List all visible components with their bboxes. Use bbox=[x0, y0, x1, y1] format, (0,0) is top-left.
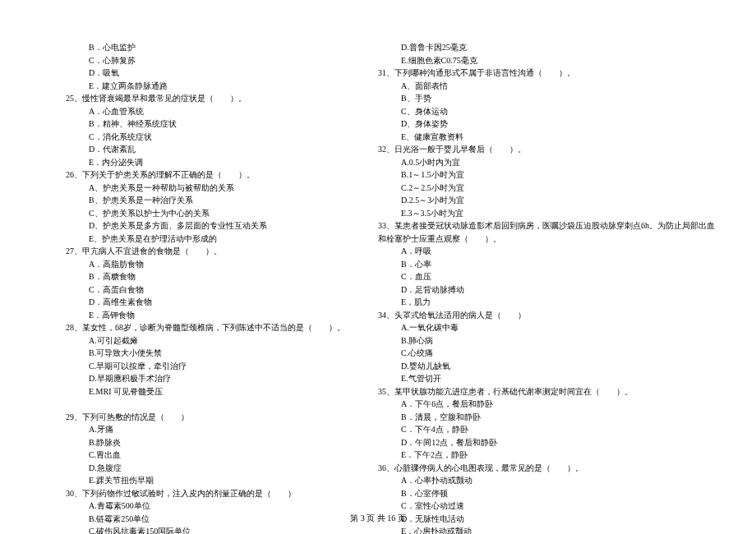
option-line: B.1～1.5小时为宜 bbox=[378, 168, 715, 182]
option-line: B．心室停顿 bbox=[378, 487, 715, 500]
question-line: 27、甲亢病人不宜进食的食物是（ ）。 bbox=[66, 245, 345, 258]
option-line: A．下午6点，餐后和静卧 bbox=[378, 398, 715, 411]
option-line: E、健康宣教资料 bbox=[378, 131, 715, 144]
option-line: C．高蛋白食物 bbox=[66, 283, 345, 297]
option-line: E.踝关节扭伤早期 bbox=[66, 474, 345, 487]
option-line: D．代谢紊乱 bbox=[66, 143, 345, 156]
option-line: C.2～2.5小时为宜 bbox=[378, 182, 715, 195]
option-line: D.急腹症 bbox=[66, 462, 345, 475]
right-column: D.普鲁卡因25毫克E.细胞色素C0.75毫克31、下列哪种沟通形式不属于非语言… bbox=[378, 41, 715, 493]
option-line: E．心房扑动或颤动 bbox=[378, 525, 715, 534]
option-line: C.早期可以按摩，牵引治疗 bbox=[66, 360, 345, 373]
option-line: D.普鲁卡因25毫克 bbox=[378, 41, 715, 54]
option-line: C.胃出血 bbox=[66, 449, 345, 462]
option-line: B．心电监护 bbox=[66, 41, 345, 54]
option-line: C．室性心动过速 bbox=[378, 499, 715, 513]
option-line: D.婴幼儿缺氧 bbox=[378, 360, 715, 373]
question-line: 30、下列药物作过敏试验时，注入皮内的剂量正确的是（ ） bbox=[66, 487, 345, 500]
option-line: A.可引起截瘫 bbox=[66, 334, 345, 348]
option-line: C.破伤风抗毒素150国际单位 bbox=[66, 525, 345, 534]
option-line: B.静脉炎 bbox=[66, 436, 345, 449]
option-line: B．高糖食物 bbox=[66, 270, 345, 283]
question-line: 36、心脏骤停病人的心电图表现，最常见的是（ ）。 bbox=[378, 462, 715, 475]
option-line: A.青霉素500单位 bbox=[66, 499, 345, 513]
option-line: A.牙痛 bbox=[66, 423, 345, 436]
question-line: 26、下列关于护患关系的理解不正确的是（ ）。 bbox=[66, 168, 345, 182]
question-line: 25、慢性肾衰竭最早和最常见的症状是（ ）。 bbox=[66, 92, 345, 105]
option-line: E.细胞色素C0.75毫克 bbox=[378, 54, 715, 67]
option-line bbox=[66, 398, 345, 411]
option-line: C、护患关系以护士为中心的关系 bbox=[66, 207, 345, 220]
option-line: D．足背动脉搏动 bbox=[378, 283, 715, 297]
option-line: E.气管切开 bbox=[378, 372, 715, 385]
option-line: E.MRI 可见脊髓受压 bbox=[66, 385, 345, 398]
option-line: D．午间12点，餐后和静卧 bbox=[378, 436, 715, 449]
option-line: A．呼吸 bbox=[378, 245, 715, 258]
option-line: E．下午2点，静卧 bbox=[378, 449, 715, 462]
option-line: B.肺心病 bbox=[378, 334, 715, 348]
option-line: B、护患关系是一种治疗关系 bbox=[66, 194, 345, 207]
option-line: E、护患关系是在护理活动中形成的 bbox=[66, 232, 345, 246]
option-line: D、身体姿势 bbox=[378, 117, 715, 131]
question-line: 31、下列哪种沟通形式不属于非语言性沟通（ ）。 bbox=[378, 67, 715, 80]
option-line: A．心率扑动或颤动 bbox=[378, 474, 715, 487]
page-footer: 第 3 页 共 16 页 bbox=[0, 513, 756, 524]
question-line: 32、日光浴一般于婴儿早餐后（ ）。 bbox=[378, 143, 715, 156]
option-line: C．血压 bbox=[378, 270, 715, 283]
option-line: A.0.5小时内为宜 bbox=[378, 156, 715, 169]
option-line: B．精神、神经系统症状 bbox=[66, 117, 345, 131]
option-line: B．清晨，空腹和静卧 bbox=[378, 411, 715, 424]
option-line: B、手势 bbox=[378, 92, 715, 105]
question-line: 和栓塞护士应重点观察（ ）。 bbox=[378, 232, 715, 246]
question-line: 35、某甲状腺功能亢进症患者，行基础代谢率测定时间宜在（ ）。 bbox=[378, 385, 715, 398]
question-line: 28、某女性，68岁，诊断为脊髓型颈椎病，下列陈述中不适当的是（ ）。 bbox=[66, 321, 345, 334]
option-line: D、护患关系是多方面、多层面的专业性互动关系 bbox=[66, 219, 345, 232]
question-line: 33、某患者接受冠状动脉造影术后回到病房，医嘱沙袋压迫股动脉穿刺点6h。为防止局… bbox=[378, 219, 715, 232]
option-line: C．下午4点，静卧 bbox=[378, 423, 715, 436]
option-line: A．高脂肪食物 bbox=[66, 258, 345, 271]
page-container: B．心电监护C．心肺复苏D．吸氧E．建立两条静脉通路25、慢性肾衰竭最早和最常见… bbox=[66, 41, 690, 493]
option-line: A、护患关系是一种帮助与被帮助的关系 bbox=[66, 182, 345, 195]
option-line: A．心血管系统 bbox=[66, 105, 345, 118]
option-line: C.心绞痛 bbox=[378, 347, 715, 360]
left-column: B．心电监护C．心肺复苏D．吸氧E．建立两条静脉通路25、慢性肾衰竭最早和最常见… bbox=[66, 41, 345, 493]
option-line: E．内分泌失调 bbox=[66, 156, 345, 169]
option-line: A.一氧化碳中毒 bbox=[378, 321, 715, 334]
question-line: 34、头罩式给氧法适用的病人是（ ） bbox=[378, 309, 715, 322]
option-line: D.2.5～3小时为宜 bbox=[378, 194, 715, 207]
option-line: C．消化系统症状 bbox=[66, 131, 345, 144]
option-line: C．心肺复苏 bbox=[66, 54, 345, 67]
option-line: D．高维生素食物 bbox=[66, 296, 345, 309]
option-line: E．高钾食物 bbox=[66, 309, 345, 322]
option-line: C、身体运动 bbox=[378, 105, 715, 118]
option-line: E．建立两条静脉通路 bbox=[66, 80, 345, 93]
option-line: B．心率 bbox=[378, 258, 715, 271]
option-line: A、面部表情 bbox=[378, 80, 715, 93]
question-line: 29、下列可热敷的情况是（ ） bbox=[66, 411, 345, 424]
option-line: D.早期應积极手术治疗 bbox=[66, 372, 345, 385]
option-line: D．吸氧 bbox=[66, 67, 345, 80]
option-line: E．肌力 bbox=[378, 296, 715, 309]
option-line: B.可导致大小便失禁 bbox=[66, 347, 345, 360]
option-line: E.3～3.5小时为宜 bbox=[378, 207, 715, 220]
